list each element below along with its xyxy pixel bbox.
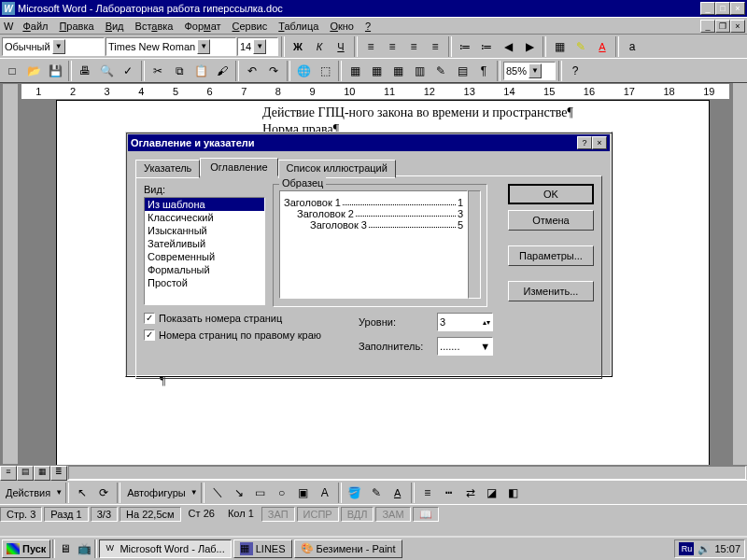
show-pages-checkbox[interactable]: ✓Показать номера страниц [144, 313, 321, 324]
textbox-button[interactable]: ▣ [293, 483, 314, 503]
tab-index[interactable]: Указатель [135, 160, 200, 178]
format-painter-button[interactable]: 🖌 [212, 61, 233, 81]
style-combo[interactable]: Обычный▼ [2, 37, 105, 56]
show-marks-button[interactable]: ¶ [473, 61, 494, 81]
rectangle-button[interactable]: ▭ [250, 483, 271, 503]
columns-button[interactable]: ▥ [409, 61, 430, 81]
align-justify-button[interactable]: ≡ [425, 36, 445, 57]
lang-button[interactable]: a [622, 36, 642, 57]
dialog-help-button[interactable]: ? [577, 136, 592, 149]
menu-window[interactable]: Окно [324, 20, 359, 33]
font-size-combo[interactable]: 14▼ [237, 37, 278, 56]
insert-table-button[interactable]: ▦ [366, 61, 387, 81]
list-item[interactable]: Затейливый [145, 237, 264, 250]
menu-help[interactable]: ? [359, 20, 376, 33]
drawing-button[interactable]: ✎ [430, 61, 451, 81]
redo-button[interactable]: ↷ [263, 61, 284, 81]
leader-dropdown[interactable]: .......▼ [437, 337, 493, 356]
list-item[interactable]: Из шаблона [145, 198, 264, 211]
online-view-button[interactable]: ▤ [17, 466, 34, 481]
line-style-button[interactable]: ≡ [417, 483, 438, 503]
numbered-list-button[interactable]: ≔ [455, 36, 475, 57]
excel-button[interactable]: ▦ [388, 61, 408, 81]
oval-button[interactable]: ○ [272, 483, 292, 503]
save-button[interactable]: 💾 [45, 61, 65, 81]
word-doc-icon[interactable]: W [4, 21, 13, 32]
list-item[interactable]: Изысканный [145, 224, 264, 237]
arrow-style-button[interactable]: ⇄ [460, 483, 481, 503]
decrease-indent-button[interactable]: ◀ [498, 36, 518, 57]
new-button[interactable]: □ [2, 61, 22, 81]
volume-icon[interactable]: 🔊 [698, 543, 711, 555]
preview-scrollbar[interactable] [468, 190, 481, 299]
ok-button[interactable]: OK [508, 184, 594, 204]
docmap-button[interactable]: ▤ [452, 61, 472, 81]
open-button[interactable]: 📂 [23, 61, 44, 81]
tables-borders-button[interactable]: ▦ [345, 61, 365, 81]
wordart-button[interactable]: A [315, 483, 335, 503]
actions-menu[interactable]: Действия [2, 487, 54, 498]
task-word[interactable]: WMicrosoft Word - Лаб... [99, 539, 231, 558]
web-toolbar-button[interactable]: ⬚ [315, 61, 335, 81]
shadow-button[interactable]: ◪ [482, 483, 502, 503]
normal-view-button[interactable]: ≡ [0, 466, 17, 481]
style-listbox[interactable]: Из шаблона Классический Изысканный Затей… [144, 197, 265, 305]
horizontal-ruler[interactable]: 12345678910111213141516171819 [21, 83, 730, 100]
cut-button[interactable]: ✂ [148, 61, 168, 81]
page-view-button[interactable]: ▦ [34, 466, 50, 481]
select-button[interactable]: ↖ [72, 483, 92, 503]
hyperlink-button[interactable]: 🌐 [293, 61, 314, 81]
help-button[interactable]: ? [565, 61, 585, 81]
lang-indicator[interactable]: Ru [679, 542, 694, 555]
increase-indent-button[interactable]: ▶ [519, 36, 540, 57]
quicklaunch-icon[interactable]: 📺 [76, 540, 92, 557]
font-color-button[interactable]: A [592, 36, 613, 57]
doc-close-button[interactable]: × [730, 20, 745, 33]
print-button[interactable]: 🖶 [75, 61, 95, 81]
start-button[interactable]: Пуск [2, 539, 50, 558]
autoshapes-menu[interactable]: Автофигуры [123, 487, 190, 498]
right-align-checkbox[interactable]: ✓Номера страниц по правому краю [144, 329, 321, 341]
doc-minimize-button[interactable]: _ [700, 20, 715, 33]
list-item[interactable]: Классический [145, 211, 264, 224]
zoom-combo[interactable]: 85%▼ [503, 62, 556, 80]
bold-button[interactable]: Ж [288, 36, 308, 57]
paste-button[interactable]: 📋 [190, 61, 211, 81]
horizontal-scrollbar[interactable] [68, 466, 746, 480]
highlight-button[interactable]: ✎ [571, 36, 591, 57]
menu-tools[interactable]: Сервис [227, 20, 274, 33]
clock[interactable]: 15:07 [714, 543, 740, 554]
align-left-button[interactable]: ≡ [360, 36, 381, 57]
doc-restore-button[interactable]: ❐ [715, 20, 730, 33]
copy-button[interactable]: ⧉ [169, 61, 190, 81]
options-button[interactable]: Параметры... [508, 245, 594, 266]
status-book-icon[interactable]: 📖 [413, 507, 439, 522]
status-rec[interactable]: ЗАП [261, 507, 295, 522]
dialog-titlebar[interactable]: Оглавление и указатели ? × [128, 134, 610, 151]
font-combo[interactable]: Times New Roman▼ [106, 37, 236, 56]
list-item[interactable]: Современный [145, 250, 264, 263]
modify-button[interactable]: Изменить... [508, 281, 594, 301]
menu-view[interactable]: Вид [100, 20, 130, 33]
tab-toc[interactable]: Оглавление [200, 158, 277, 176]
menu-table[interactable]: Таблица [273, 20, 324, 33]
arrow-button[interactable]: ↘ [229, 483, 249, 503]
fill-color-button[interactable]: 🪣 [345, 483, 365, 503]
minimize-button[interactable]: _ [700, 2, 715, 15]
outline-view-button[interactable]: ≣ [50, 466, 67, 481]
status-ovr[interactable]: ЗАМ [375, 507, 410, 522]
cancel-button[interactable]: Отмена [508, 210, 594, 231]
close-button[interactable]: × [730, 2, 745, 15]
italic-button[interactable]: К [309, 36, 330, 57]
task-lines[interactable]: ▦LINES [233, 539, 292, 558]
menu-insert[interactable]: Вставка [130, 20, 179, 33]
font-color-button[interactable]: A [388, 483, 408, 503]
dialog-close-button[interactable]: × [592, 136, 607, 149]
levels-spinner[interactable]: 3▴▾ [437, 313, 493, 331]
vertical-scrollbar[interactable] [732, 83, 747, 465]
underline-button[interactable]: Ч [331, 36, 351, 57]
list-item[interactable]: Формальный [145, 263, 264, 276]
undo-button[interactable]: ↶ [242, 61, 262, 81]
menu-edit[interactable]: Правка [53, 20, 99, 33]
line-button[interactable]: ＼ [207, 483, 228, 503]
